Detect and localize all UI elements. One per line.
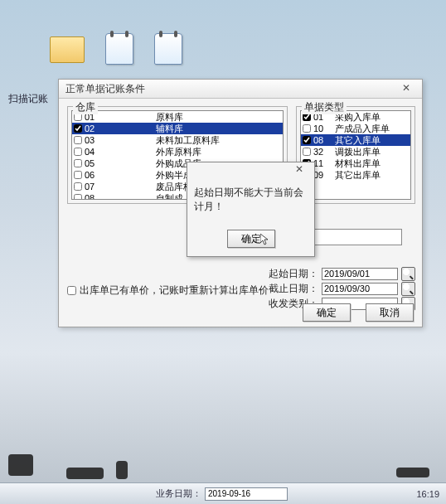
calendar-icon xyxy=(105,33,133,65)
lookup-icon[interactable] xyxy=(401,267,415,281)
list-item-checkbox[interactable] xyxy=(74,124,82,133)
end-date-label: 截止日期： xyxy=(269,282,318,296)
clock: 16:19 xyxy=(416,489,439,499)
doctype-list[interactable]: 01采购入库单10产成品入库单08其它入库单32调拨出库单11材料出库单09其它… xyxy=(300,110,411,200)
doctype-group-title: 单据类型 xyxy=(302,100,347,114)
desktop: 扫描记账 正常单据记账条件 ✕ 仓库 01原料库02辅料库03未料加工原料库04… xyxy=(0,0,446,504)
list-item-name: 材料出库单 xyxy=(335,158,381,169)
list-item-name: 自制成 xyxy=(106,192,183,200)
status-bar: 业务日期： 16:19 xyxy=(0,482,446,504)
recalc-checkbox-row[interactable]: 出库单已有单价，记账时重新计算出库单价 xyxy=(67,284,269,298)
recalc-label: 出库单已有单价，记账时重新计算出库单价 xyxy=(80,284,269,298)
list-item[interactable]: 03未料加工原料库 xyxy=(72,134,283,146)
biz-date-input[interactable] xyxy=(205,487,288,501)
list-item[interactable]: 01原料库 xyxy=(72,111,283,123)
list-item-name: 原料库 xyxy=(106,111,183,123)
list-item-name: 调拨出库单 xyxy=(335,146,381,158)
list-item-name: 辅料库 xyxy=(106,123,183,134)
list-item-code: 03 xyxy=(85,134,106,146)
dialog-titlebar: 正常单据记账条件 ✕ xyxy=(59,80,422,99)
close-icon[interactable]: ✕ xyxy=(394,82,419,95)
start-date-label: 起始日期： xyxy=(269,267,318,281)
list-item-code: 08 xyxy=(85,192,106,200)
warehouse-group-title: 仓库 xyxy=(73,100,98,114)
list-item-checkbox[interactable] xyxy=(74,194,82,200)
alert-message: 起始日期不能大于当前会计月！ xyxy=(187,177,314,214)
ok-button[interactable]: 确定 xyxy=(303,303,351,322)
list-item[interactable]: 02辅料库 xyxy=(72,123,283,134)
list-item-checkbox[interactable] xyxy=(74,136,82,144)
dialog-button-bar: 确定 取消 xyxy=(303,303,414,322)
list-item[interactable]: 09其它出库单 xyxy=(301,169,410,181)
photo-artifact xyxy=(0,441,446,479)
list-item-code: 07 xyxy=(85,181,106,192)
list-item-checkbox[interactable] xyxy=(74,182,82,191)
list-item[interactable]: 10产成品入库单 xyxy=(301,123,410,134)
list-item[interactable]: 11材料出库单 xyxy=(301,158,410,169)
start-date-input[interactable] xyxy=(322,268,398,280)
list-item-checkbox[interactable] xyxy=(303,148,311,156)
lookup-icon[interactable] xyxy=(401,282,415,296)
folder-icon xyxy=(50,36,85,63)
list-item-checkbox[interactable] xyxy=(74,171,82,179)
list-item-name: 产成品入库单 xyxy=(335,123,390,134)
list-item-code: 04 xyxy=(85,146,106,158)
list-item[interactable]: 32调拨出库单 xyxy=(301,146,410,158)
list-item-checkbox[interactable] xyxy=(74,159,82,167)
list-item-checkbox[interactable] xyxy=(303,136,311,144)
biz-date-label: 业务日期： xyxy=(156,487,201,500)
list-item-code: 11 xyxy=(313,158,335,169)
list-item-code: 08 xyxy=(313,134,335,146)
desktop-icons xyxy=(50,33,182,65)
cancel-button[interactable]: 取消 xyxy=(366,303,414,322)
list-item-code: 32 xyxy=(313,146,335,158)
list-item-name: 其它入库单 xyxy=(335,134,381,146)
list-item-code: 10 xyxy=(313,123,335,134)
recalc-checkbox[interactable] xyxy=(67,286,76,295)
list-item-code: 02 xyxy=(85,123,106,134)
alert-dialog: ✕ 起始日期不能大于当前会计月！ 确定 xyxy=(187,162,315,257)
list-item-checkbox[interactable] xyxy=(74,148,82,156)
close-icon[interactable]: ✕ xyxy=(287,163,312,177)
list-item-code: 09 xyxy=(313,169,335,181)
dialog-title: 正常单据记账条件 xyxy=(65,82,145,96)
side-label: 扫描记账 xyxy=(8,92,48,106)
list-item-name: 外库原料库 xyxy=(106,146,201,158)
calendar-icon xyxy=(154,33,182,65)
extra-textbox[interactable] xyxy=(304,229,402,245)
list-item[interactable]: 04外库原料库 xyxy=(72,146,283,158)
list-item-name: 其它出库单 xyxy=(335,169,381,181)
end-date-input[interactable] xyxy=(322,283,398,295)
list-item-name: 未料加工原料库 xyxy=(106,134,220,146)
alert-ok-button[interactable]: 确定 xyxy=(227,230,275,248)
list-item-code: 06 xyxy=(85,169,106,181)
list-item[interactable]: 08其它入库单 xyxy=(301,134,410,146)
list-item-code: 05 xyxy=(85,158,106,169)
list-item-checkbox[interactable] xyxy=(303,124,311,133)
